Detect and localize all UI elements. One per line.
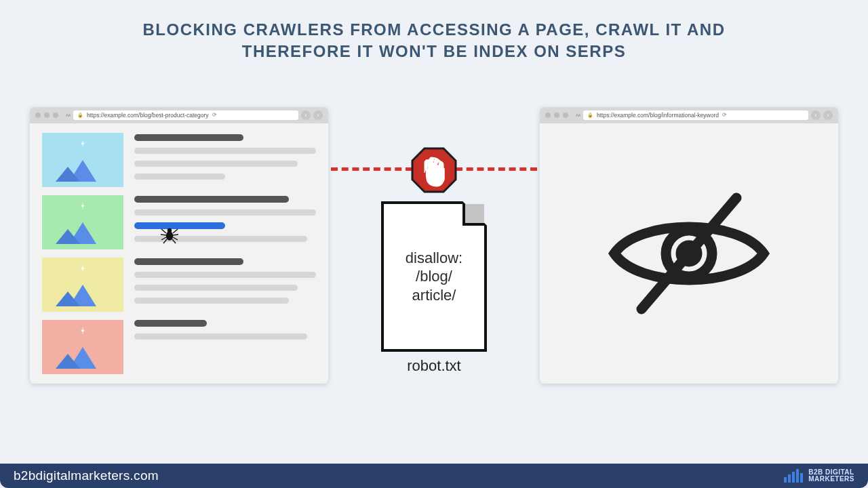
text-size-icon: AA xyxy=(66,113,71,117)
text-placeholder xyxy=(134,161,298,167)
forward-button[interactable]: › xyxy=(313,110,323,120)
brand-bars-icon xyxy=(784,469,803,483)
diagram-title: BLOCKING CRAWLERS FROM ACCESSING A PAGE,… xyxy=(0,0,868,63)
text-placeholder xyxy=(134,333,307,340)
text-placeholder xyxy=(134,272,316,278)
brand-text: B2B DIGITAL MARKETERS xyxy=(808,469,854,483)
address-bar[interactable]: 🔒 https://example.com/blog/best-product-… xyxy=(73,110,298,120)
svg-line-14 xyxy=(173,229,178,233)
text-placeholder xyxy=(134,209,316,216)
window-dot xyxy=(44,113,50,118)
svg-line-17 xyxy=(172,239,176,243)
page-content xyxy=(30,123,328,384)
heading-placeholder xyxy=(134,134,243,141)
svg-line-15 xyxy=(173,235,178,235)
link-placeholder xyxy=(134,222,225,229)
window-dot xyxy=(35,113,41,118)
disallow-rule-line: disallow: xyxy=(406,249,462,268)
connector-line xyxy=(331,167,412,171)
url-text: https://example.com/blog/informational-k… xyxy=(597,112,719,119)
browser-crawlable: AA 🔒 https://example.com/blog/best-produ… xyxy=(30,107,328,384)
svg-point-8 xyxy=(167,232,173,240)
file-icon: disallow: /blog/ article/ xyxy=(381,201,487,352)
hidden-eye-icon xyxy=(601,186,777,321)
mountain-icon xyxy=(56,155,110,182)
back-button[interactable]: ‹ xyxy=(301,110,311,120)
blocked-page-content xyxy=(540,123,838,384)
back-button[interactable]: ‹ xyxy=(811,110,821,120)
text-size-icon: AA xyxy=(576,113,580,117)
spider-icon xyxy=(160,226,179,247)
url-text: https://example.com/blog/best-product-ca… xyxy=(87,112,209,119)
disallow-rule-line: /blog/ xyxy=(406,267,462,286)
sparkle-icon xyxy=(81,327,85,335)
browser-chrome: AA 🔒 https://example.com/blog/informatio… xyxy=(540,107,838,123)
sparkle-icon xyxy=(81,140,85,148)
lock-icon: 🔒 xyxy=(77,113,83,118)
footer-brand: B2B DIGITAL MARKETERS xyxy=(784,469,854,483)
sparkle-icon xyxy=(81,264,85,272)
text-placeholder xyxy=(134,174,225,180)
svg-point-9 xyxy=(168,228,172,232)
svg-line-12 xyxy=(161,237,166,240)
file-name: robot.txt xyxy=(381,357,487,375)
heading-placeholder xyxy=(134,196,289,203)
thumbnail xyxy=(42,133,123,187)
svg-line-16 xyxy=(173,237,178,240)
text-placeholder xyxy=(134,148,316,154)
file-contents: disallow: /blog/ article/ xyxy=(406,249,462,305)
stop-icon xyxy=(410,146,458,197)
title-line-1: BLOCKING CRAWLERS FROM ACCESSING A PAGE,… xyxy=(27,19,841,41)
svg-line-10 xyxy=(161,229,166,233)
footer-site-url: b2bdigitalmarketers.com xyxy=(14,468,159,483)
window-dot xyxy=(563,113,568,118)
robots-txt-file: disallow: /blog/ article/ robot.txt xyxy=(381,201,487,375)
svg-line-13 xyxy=(163,239,167,243)
thumbnail-column xyxy=(42,133,123,374)
mountain-icon xyxy=(56,342,110,369)
sparkle-icon xyxy=(81,202,85,210)
text-placeholder xyxy=(134,285,298,291)
thumbnail xyxy=(42,195,123,249)
forward-button[interactable]: › xyxy=(823,110,833,120)
thumbnail xyxy=(42,258,123,312)
svg-line-11 xyxy=(161,235,166,235)
mountain-icon xyxy=(56,279,110,306)
heading-placeholder xyxy=(134,258,243,265)
connector-line xyxy=(456,167,537,171)
text-lines xyxy=(134,133,316,374)
diagram-canvas: AA 🔒 https://example.com/blog/best-produ… xyxy=(0,63,868,456)
browser-blocked: AA 🔒 https://example.com/blog/informatio… xyxy=(540,107,838,384)
window-dot xyxy=(554,113,559,118)
reload-icon[interactable]: ⟳ xyxy=(722,112,727,118)
footer-bar: b2bdigitalmarketers.com B2B DIGITAL MARK… xyxy=(0,464,868,488)
address-bar[interactable]: 🔒 https://example.com/blog/informational… xyxy=(583,110,808,120)
thumbnail xyxy=(42,320,123,374)
heading-placeholder xyxy=(134,320,207,327)
brand-line-2: MARKETERS xyxy=(808,476,854,483)
mountain-icon xyxy=(56,217,110,244)
window-dot xyxy=(53,113,58,118)
text-placeholder xyxy=(134,298,289,304)
title-line-2: THEREFORE IT WON'T BE INDEX ON SERPS xyxy=(27,41,841,62)
disallow-rule-line: article/ xyxy=(406,286,462,305)
svg-line-21 xyxy=(642,198,736,309)
lock-icon: 🔒 xyxy=(587,113,593,118)
browser-chrome: AA 🔒 https://example.com/blog/best-produ… xyxy=(30,107,328,123)
window-dot xyxy=(545,113,551,118)
reload-icon[interactable]: ⟳ xyxy=(212,112,217,118)
